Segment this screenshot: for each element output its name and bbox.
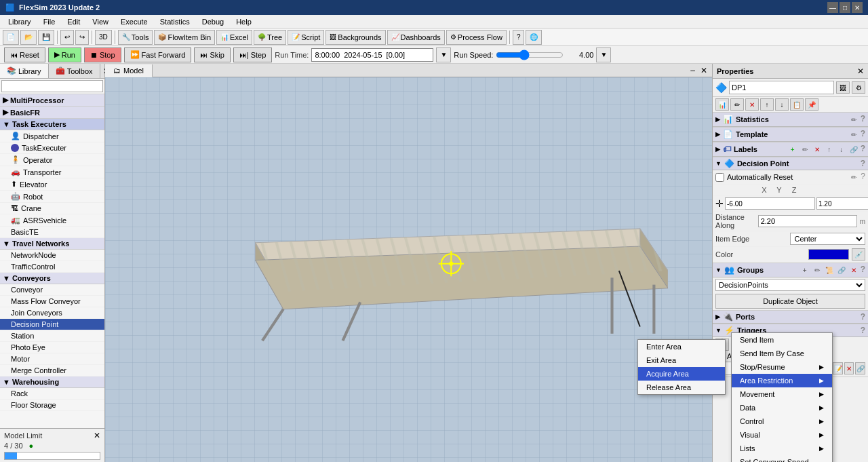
lib-item-transporter[interactable]: 🚗Transporter <box>0 166 104 178</box>
ports-help[interactable]: ? <box>861 312 865 322</box>
sub-send-item[interactable]: Send Item <box>732 333 832 347</box>
dp-section-header[interactable]: ▼ 🔷 Decision Point ? <box>713 157 868 170</box>
groups-help[interactable]: ? <box>861 265 865 275</box>
lib-item-taskexecuter[interactable]: TaskExecuter <box>0 142 104 154</box>
template-section-header[interactable]: ▶ 📄 Template ✏ ? <box>713 128 868 142</box>
ctx-release-area[interactable]: Release Area <box>638 381 725 394</box>
color-swatch[interactable] <box>808 249 849 260</box>
toolbox-tab[interactable]: 🧰 Toolbox <box>49 64 100 78</box>
section-task-executers[interactable]: ▼ Task Executers <box>0 119 104 130</box>
ctx-acquire-area[interactable]: Acquire Area <box>638 367 725 381</box>
prop-pin-btn[interactable]: 📌 <box>805 98 818 111</box>
groups-add[interactable]: + <box>800 265 810 275</box>
minimize-button[interactable]: — <box>827 2 838 13</box>
viewport-minimize[interactable]: – <box>688 66 697 75</box>
labels-down-btn[interactable]: ↓ <box>836 144 847 155</box>
sub-lists[interactable]: Lists ▶ <box>732 442 832 455</box>
prop-edit-btn[interactable]: ✏ <box>730 98 744 111</box>
sub-visual[interactable]: Visual ▶ <box>732 428 832 442</box>
groups-select[interactable]: DecisionPoints <box>715 279 865 291</box>
save-button[interactable]: 💾 <box>38 30 54 45</box>
lib-item-floorstorage[interactable]: Floor Storage <box>0 400 104 411</box>
template-edit-btn[interactable]: ✏ <box>848 129 859 140</box>
menu-statistics[interactable]: Statistics <box>155 16 195 27</box>
auto-reset-checkbox[interactable] <box>715 173 724 182</box>
section-warehousing[interactable]: ▼ Warehousing <box>0 377 104 388</box>
lib-item-station[interactable]: Station <box>0 330 104 342</box>
groups-del[interactable]: ✕ <box>848 265 859 275</box>
sub-set-conveyor-speed[interactable]: Set Conveyor Speed <box>732 455 832 462</box>
lib-item-conveyor[interactable]: Conveyor <box>0 284 104 296</box>
model-limit-close[interactable]: ✕ <box>94 431 100 440</box>
lib-item-joinconv[interactable]: Join Conveyors <box>0 307 104 319</box>
library-search-input[interactable] <box>1 80 103 92</box>
sub-send-item-case[interactable]: Send Item By Case <box>732 347 832 360</box>
new-button[interactable]: 📄 <box>3 30 19 45</box>
prop-stats-btn[interactable]: 📊 <box>715 98 729 111</box>
run-button[interactable]: ▶ Run <box>48 47 81 62</box>
run-speed-slider[interactable] <box>496 48 564 62</box>
lib-item-crane[interactable]: 🏗Crane <box>0 203 104 214</box>
triggers-help[interactable]: ? <box>861 326 865 335</box>
groups-link[interactable]: 🔗 <box>836 265 847 275</box>
model-viewport[interactable] <box>105 77 712 462</box>
lib-item-dispatcher[interactable]: 👤Dispatcher <box>0 130 104 142</box>
ports-section-header[interactable]: ▶ 🔌 Ports ? <box>713 311 868 324</box>
redo-button[interactable]: ↪ <box>75 30 89 45</box>
lib-item-trafficcontrol[interactable]: TrafficControl <box>0 261 104 273</box>
labels-help[interactable]: ? <box>861 144 865 155</box>
properties-close[interactable]: ✕ <box>857 66 864 76</box>
section-travel-networks[interactable]: ▼ Travel Networks <box>0 238 104 250</box>
menu-edit[interactable]: Edit <box>62 16 85 27</box>
x-input[interactable] <box>725 197 815 210</box>
library-tab[interactable]: 📚 Library <box>0 64 49 78</box>
labels-link-btn[interactable]: 🔗 <box>848 144 859 155</box>
section-conveyors[interactable]: ▼ Conveyors <box>0 273 104 284</box>
on-arrival-close[interactable]: 🔗 <box>855 362 865 374</box>
labels-add-btn[interactable]: + <box>787 144 798 155</box>
run-time-dropdown[interactable]: ▼ <box>436 47 451 62</box>
lib-item-decisionpoint[interactable]: Decision Point <box>0 319 104 330</box>
auto-reset-help[interactable]: ? <box>861 172 865 182</box>
sub-area-restriction[interactable]: Area Restriction ▶ <box>732 374 832 387</box>
lib-item-photoeye[interactable]: Photo Eye <box>0 342 104 353</box>
script-button[interactable]: 📝 Script <box>288 30 324 45</box>
reset-button[interactable]: ⏮ Reset <box>4 47 45 62</box>
globe-btn[interactable]: 🌐 <box>526 30 542 45</box>
labels-up-btn[interactable]: ↑ <box>824 144 835 155</box>
lib-item-massflow[interactable]: Mass Flow Conveyor <box>0 296 104 307</box>
color-eyedropper[interactable]: 💉 <box>852 248 865 261</box>
undo-button[interactable]: ↩ <box>60 30 74 45</box>
lib-item-elevator[interactable]: ⬆Elevator <box>0 178 104 191</box>
lib-item-operator[interactable]: 🧍Operator <box>0 154 104 166</box>
sub-stop-resume[interactable]: Stop/Resume ▶ <box>732 360 832 374</box>
object-name-input[interactable] <box>729 81 834 94</box>
lib-item-robot[interactable]: 🤖Robot <box>0 191 104 203</box>
lib-item-basicte[interactable]: BasicTE <box>0 227 104 238</box>
lib-item-mergecontroller[interactable]: Merge Controller <box>0 365 104 377</box>
groups-script[interactable]: 📜 <box>824 265 835 275</box>
fast-forward-button[interactable]: ⏩ Fast Forward <box>124 47 192 62</box>
maximize-button[interactable]: □ <box>840 2 850 13</box>
lib-item-rack[interactable]: Rack <box>0 388 104 400</box>
prop-up-btn[interactable]: ↑ <box>760 98 774 111</box>
speed-dropdown[interactable]: ▼ <box>596 47 611 62</box>
tree-button[interactable]: 🌳 Tree <box>254 30 286 45</box>
sub-control[interactable]: Control ▶ <box>732 415 832 428</box>
groups-section-header[interactable]: ▼ 👥 Groups + ✏ 📜 🔗 ✕ ? <box>713 263 868 277</box>
run-time-input[interactable] <box>311 48 433 62</box>
excel-button[interactable]: 📊 Excel <box>216 30 252 45</box>
lib-item-networknode[interactable]: NetworkNode <box>0 250 104 261</box>
flowitem-button[interactable]: 📦 FlowItem Bin <box>154 30 215 45</box>
skip-button[interactable]: ⏭ Skip <box>194 47 230 62</box>
help-btn[interactable]: ? <box>513 30 525 45</box>
backgrounds-button[interactable]: 🖼 Backgrounds <box>326 30 385 45</box>
menu-view[interactable]: View <box>87 16 114 27</box>
viewport-close[interactable]: ✕ <box>698 66 709 75</box>
3d-button[interactable]: 3D <box>95 30 112 45</box>
item-edge-select[interactable]: Center Leading Trailing <box>790 233 866 245</box>
groups-edit[interactable]: ✏ <box>812 265 823 275</box>
section-multiprocessor[interactable]: ▶ MultiProcessor <box>0 94 104 107</box>
sub-data[interactable]: Data ▶ <box>732 401 832 415</box>
statistics-section-header[interactable]: ▶ 📊 Statistics ✏ ? <box>713 113 868 127</box>
